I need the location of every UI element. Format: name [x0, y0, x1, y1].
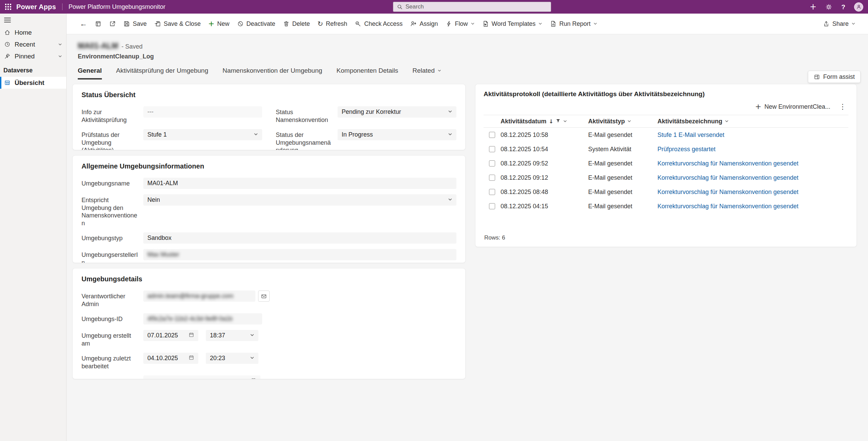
table-row[interactable]: 08.12.2025 10:54 System Aktivität Prüfpr…	[484, 142, 848, 156]
column-header-bezeichnung[interactable]: Aktivitätsbezeichnung	[657, 118, 848, 125]
activity-link[interactable]: Stufe 1 E-Mail versendet	[657, 131, 724, 139]
tab-aktivitaetspruefung[interactable]: Aktivitätsprüfung der Umgebung	[116, 67, 208, 80]
bearbeitet-datum-input[interactable]: 04.10.2025	[143, 353, 198, 364]
row-checkbox[interactable]	[489, 175, 495, 181]
activity-link[interactable]: Prüfprozess gestartet	[657, 146, 716, 153]
sidebar-item-home[interactable]: Home	[0, 27, 66, 38]
sidebar-item-pinned[interactable]: Pinned	[0, 50, 66, 62]
save-button[interactable]: Save	[120, 17, 150, 31]
entity-name: EnvironmentCleanup_Log	[78, 53, 858, 60]
sidebar-item-label: Übersicht	[15, 79, 44, 87]
chevron-down-icon	[538, 20, 542, 28]
table-row[interactable]: 08.12.2025 09:12 E-Mail gesendet Korrekt…	[484, 171, 848, 185]
new-record-button[interactable]: + New	[204, 17, 233, 31]
table-row[interactable]: 08.12.2025 10:58 E-Mail gesendet Stufe 1…	[484, 128, 848, 142]
sidebar-item-uebersicht[interactable]: Übersicht	[0, 77, 66, 89]
field-verantwortlicher-admin: Verantwortlicher Admin admin.team@firma-…	[82, 290, 456, 308]
umgebungstyp-input[interactable]: Sandbox	[143, 232, 456, 244]
table-row[interactable]: 08.12.2025 08:48 E-Mail gesendet Korrekt…	[484, 185, 848, 199]
tab-namenskonvention[interactable]: Namenskonvention der Umgebung	[222, 67, 322, 80]
email-icon	[261, 293, 267, 299]
erstellt-datum-input[interactable]: 07.01.2025	[143, 330, 198, 341]
row-checkbox[interactable]	[489, 132, 495, 138]
share-button[interactable]: Share	[819, 17, 859, 31]
section-title: Status Übersicht	[82, 91, 456, 99]
status-namensaenderung-dropdown[interactable]: In Progress	[338, 129, 456, 140]
umgebungsersteller-input[interactable]: Max Muster	[143, 249, 456, 260]
field-umgebungsname: Umgebungsname MA01-ALM	[82, 178, 456, 189]
geloescht-datum-input[interactable]: ---	[143, 375, 260, 379]
erstellt-zeit-dropdown[interactable]: 18:37	[206, 330, 258, 341]
namenskonvention-dropdown[interactable]: Nein	[143, 194, 456, 206]
row-checkbox[interactable]	[489, 160, 495, 166]
table-row[interactable]: 08.12.2025 04:15 E-Mail gesendet Korrekt…	[484, 199, 848, 213]
tab-related[interactable]: Related	[413, 67, 442, 80]
hamburger-icon	[4, 18, 11, 22]
field-umgebung-erstellt-am: Umgebung erstellt am 07.01.2025 18:37	[82, 330, 456, 347]
filter-icon[interactable]	[556, 118, 561, 125]
header-actions: + ?	[810, 0, 863, 14]
app-name[interactable]: Power Platform Umgebungsmonitor	[69, 3, 165, 11]
card-view-icon-button[interactable]	[91, 17, 105, 30]
pruefstatus-dropdown[interactable]: Stufe 1	[143, 129, 262, 140]
tab-komponenten-details[interactable]: Komponenten Details	[337, 67, 398, 80]
status-namenskonvention-dropdown[interactable]: Pending zur Korrektur	[338, 106, 456, 118]
add-app-icon[interactable]: +	[810, 3, 816, 11]
search-icon	[397, 4, 403, 10]
verantwortlicher-admin-input[interactable]: admin.team@firma-gruppe.com	[143, 290, 255, 302]
avatar[interactable]	[854, 2, 863, 12]
umgebungsname-input[interactable]: MA01-ALM	[143, 178, 456, 189]
delete-button[interactable]: Delete	[279, 17, 314, 31]
flow-button[interactable]: Flow	[442, 17, 478, 31]
chevron-down-icon	[437, 67, 441, 74]
calendar-icon[interactable]	[188, 355, 194, 362]
back-button[interactable]: ←	[76, 16, 91, 31]
chevron-down-icon[interactable]	[58, 53, 62, 60]
waffle-dots	[5, 4, 11, 10]
popout-record-button[interactable]	[105, 17, 120, 30]
field-pruefstatus: Prüfstatus der Umgebung (Aktivitäten) St…	[82, 129, 262, 150]
form-assist-button[interactable]: Form assist	[808, 71, 861, 83]
word-templates-button[interactable]: Word Templates	[478, 17, 546, 31]
global-search[interactable]	[393, 2, 551, 12]
app-title[interactable]: Power Apps	[16, 3, 56, 11]
deactivate-button[interactable]: Deactivate	[233, 17, 279, 31]
save-and-close-button[interactable]: Save & Close	[150, 17, 204, 31]
column-header-datum[interactable]: Aktivitätsdatum ↓	[501, 118, 588, 125]
section-status-uebersicht: Status Übersicht Info zur Aktivitätsprüf…	[72, 84, 466, 150]
row-checkbox[interactable]	[489, 203, 495, 209]
umgebungs-id-input[interactable]: 4f9c2a7e-11b2-4c3d-9e8f-0a1b	[143, 313, 262, 324]
activity-link[interactable]: Korrekturvorschlag für Namenskonvention …	[657, 189, 798, 196]
bearbeitet-zeit-dropdown[interactable]: 20:23	[206, 353, 258, 364]
field-info-aktivitaetspruefung: Info zur Aktivitätsprüfung ---	[82, 106, 262, 124]
new-environmentcleanup-button[interactable]: + New EnvironmentClea...	[755, 103, 830, 110]
info-aktivitaetspruefung-input[interactable]: ---	[143, 106, 262, 118]
send-email-button[interactable]	[258, 290, 270, 302]
chevron-down-icon[interactable]	[58, 41, 62, 48]
table-row[interactable]: 08.12.2025 09:52 E-Mail gesendet Korrekt…	[484, 156, 848, 171]
chevron-down-icon	[250, 355, 254, 362]
sidebar-item-recent[interactable]: Recent	[0, 38, 66, 50]
sidebar-collapse-button[interactable]	[0, 14, 66, 27]
settings-gear-icon[interactable]	[825, 3, 832, 11]
check-access-button[interactable]: Check Access	[351, 17, 406, 31]
activity-link[interactable]: Korrekturvorschlag für Namenskonvention …	[657, 174, 798, 181]
assign-button[interactable]: Assign	[406, 17, 441, 31]
tab-general[interactable]: General	[78, 67, 102, 80]
help-icon[interactable]: ?	[841, 4, 845, 10]
calendar-icon[interactable]	[188, 332, 194, 339]
refresh-button[interactable]: ↻ Refresh	[314, 17, 351, 31]
chevron-down-icon	[250, 332, 254, 339]
search-input[interactable]	[405, 3, 547, 10]
activity-link[interactable]: Korrekturvorschlag für Namenskonvention …	[657, 160, 798, 167]
sidebar-section-dataverse: Dataverse	[0, 62, 66, 77]
more-commands-icon[interactable]: ⋮	[837, 103, 848, 111]
row-checkbox[interactable]	[489, 189, 495, 195]
column-header-typ[interactable]: Aktivitätstyp	[588, 118, 657, 125]
plus-icon: +	[208, 20, 214, 28]
row-checkbox[interactable]	[489, 146, 495, 152]
run-report-button[interactable]: Run Report	[546, 17, 601, 31]
activity-link[interactable]: Korrekturvorschlag für Namenskonvention …	[657, 203, 798, 210]
form-assist-icon	[814, 74, 820, 80]
waffle-menu-icon[interactable]	[0, 0, 16, 14]
